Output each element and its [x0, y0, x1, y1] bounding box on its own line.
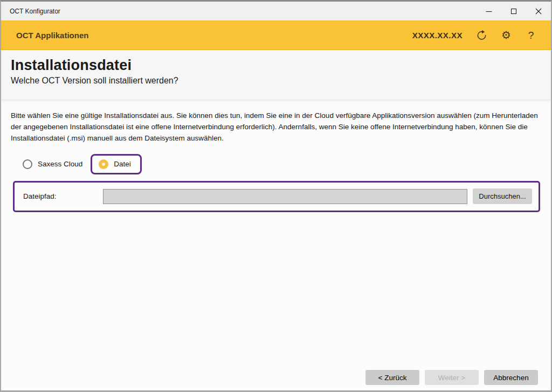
app-title: OCT Applikationen [16, 31, 88, 40]
radio-selected-icon [99, 159, 108, 169]
close-icon [535, 8, 542, 15]
page-header: Installationsdatei Welche OCT Version so… [1, 50, 551, 100]
minimize-icon [486, 8, 492, 15]
source-radio-group: Saxess Cloud Datei [23, 153, 538, 175]
page-title: Installationsdatei [11, 57, 541, 74]
window-title: OCT Konfigurator [1, 8, 60, 15]
filepath-group: Dateipfad: Durchsuchen... [13, 181, 540, 212]
radio-label: Saxess Cloud [38, 160, 82, 168]
filepath-label: Dateipfad: [23, 192, 103, 200]
app-header-bar: OCT Applikationen XXXX.XX.XX ⚙ ? [1, 20, 551, 50]
wizard-nav-buttons: < Zurück Weiter > Abbrechen [365, 370, 538, 385]
page-subtitle: Welche OCT Version soll installiert werd… [11, 76, 541, 86]
radio-option-saxess-cloud[interactable]: Saxess Cloud [23, 159, 82, 169]
radio-option-datei[interactable]: Datei [99, 159, 131, 169]
instruction-text: Bitte wählen Sie eine gültige Installati… [11, 110, 538, 144]
refresh-icon[interactable] [475, 29, 487, 41]
browse-button[interactable]: Durchsuchen... [473, 188, 532, 204]
window-controls [477, 2, 551, 20]
titlebar: OCT Konfigurator [1, 2, 551, 20]
maximize-icon [510, 8, 517, 15]
version-label: XXXX.XX.XX [412, 31, 463, 40]
radio-unselected-icon [23, 159, 32, 169]
appbar-actions: XXXX.XX.XX ⚙ ? [412, 29, 537, 41]
gear-icon[interactable]: ⚙ [500, 29, 512, 41]
filepath-input[interactable] [103, 189, 467, 204]
cancel-button[interactable]: Abbrechen [484, 370, 538, 385]
app-window: OCT Konfigurator OCT Applikationen X [0, 0, 552, 392]
help-icon[interactable]: ? [525, 29, 537, 41]
back-button[interactable]: < Zurück [365, 370, 419, 385]
next-button[interactable]: Weiter > [425, 370, 479, 385]
radio-label: Datei [114, 160, 131, 168]
radio-option-datei-focus-box: Datei [91, 154, 142, 174]
close-button[interactable] [526, 2, 551, 20]
main-content: Bitte wählen Sie eine gültige Installati… [1, 100, 551, 390]
minimize-button[interactable] [477, 2, 501, 20]
maximize-button[interactable] [501, 2, 526, 20]
